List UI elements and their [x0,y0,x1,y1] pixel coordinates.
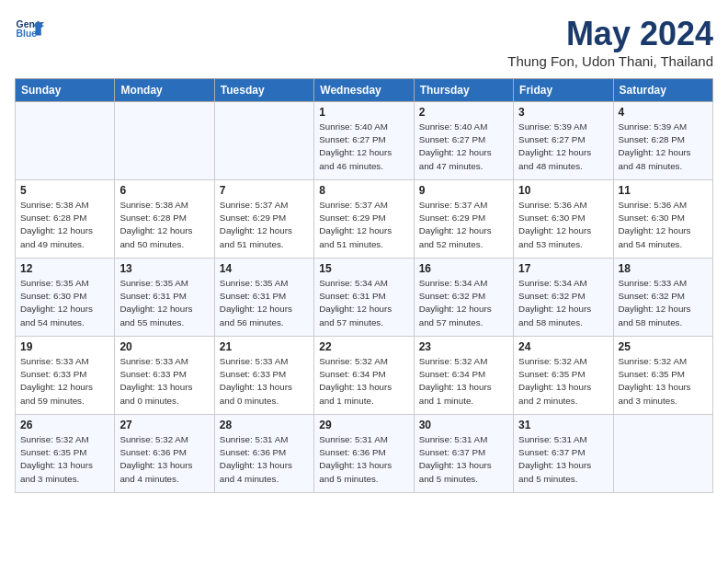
day-number: 16 [419,262,508,275]
calendar-day-12: 12Sunrise: 5:35 AM Sunset: 6:30 PM Dayli… [16,259,115,337]
day-number: 24 [518,340,608,353]
day-number: 7 [220,184,309,197]
day-number: 15 [319,262,408,275]
day-number: 20 [119,340,209,353]
calendar-day-31: 31Sunrise: 5:31 AM Sunset: 6:37 PM Dayli… [514,415,613,493]
calendar-day-5: 5Sunrise: 5:38 AM Sunset: 6:28 PM Daylig… [16,180,115,259]
calendar-table: SundayMondayTuesdayWednesdayThursdayFrid… [15,78,713,493]
day-info: Sunrise: 5:39 AM Sunset: 6:28 PM Dayligh… [619,121,708,173]
day-info: Sunrise: 5:37 AM Sunset: 6:29 PM Dayligh… [419,199,508,251]
col-header-sunday: Sunday [16,79,115,102]
calendar-week-row: 26Sunrise: 5:32 AM Sunset: 6:35 PM Dayli… [16,415,713,493]
col-header-thursday: Thursday [414,79,513,102]
calendar-day-26: 26Sunrise: 5:32 AM Sunset: 6:35 PM Dayli… [16,415,115,493]
day-number: 6 [119,184,209,197]
day-number: 11 [619,184,708,197]
day-info: Sunrise: 5:36 AM Sunset: 6:30 PM Dayligh… [518,199,608,251]
calendar-day-24: 24Sunrise: 5:32 AM Sunset: 6:35 PM Dayli… [514,337,613,415]
day-number: 28 [220,419,309,431]
day-number: 4 [619,106,708,119]
day-info: Sunrise: 5:40 AM Sunset: 6:27 PM Dayligh… [319,121,408,173]
day-info: Sunrise: 5:37 AM Sunset: 6:29 PM Dayligh… [319,199,408,251]
day-number: 2 [419,106,508,119]
day-info: Sunrise: 5:31 AM Sunset: 6:37 PM Dayligh… [518,433,608,486]
day-number: 31 [518,419,608,431]
calendar-week-row: 1Sunrise: 5:40 AM Sunset: 6:27 PM Daylig… [16,102,713,180]
calendar-day-20: 20Sunrise: 5:33 AM Sunset: 6:33 PM Dayli… [115,337,214,415]
calendar-week-row: 12Sunrise: 5:35 AM Sunset: 6:30 PM Dayli… [16,259,713,337]
calendar-week-row: 5Sunrise: 5:38 AM Sunset: 6:28 PM Daylig… [16,180,713,259]
col-header-monday: Monday [115,79,214,102]
day-number: 25 [619,340,708,353]
calendar-day-4: 4Sunrise: 5:39 AM Sunset: 6:28 PM Daylig… [613,102,712,180]
day-number: 18 [619,262,708,275]
day-info: Sunrise: 5:32 AM Sunset: 6:36 PM Dayligh… [119,433,209,486]
day-number: 21 [220,340,309,353]
day-info: Sunrise: 5:35 AM Sunset: 6:31 PM Dayligh… [220,277,309,329]
day-info: Sunrise: 5:31 AM Sunset: 6:37 PM Dayligh… [419,433,508,486]
col-header-tuesday: Tuesday [214,79,313,102]
calendar-day-8: 8Sunrise: 5:37 AM Sunset: 6:29 PM Daylig… [314,180,414,259]
day-number: 9 [419,184,508,197]
day-info: Sunrise: 5:31 AM Sunset: 6:36 PM Dayligh… [319,433,408,486]
day-info: Sunrise: 5:32 AM Sunset: 6:34 PM Dayligh… [419,355,508,408]
day-info: Sunrise: 5:35 AM Sunset: 6:31 PM Dayligh… [119,277,209,329]
calendar-day-18: 18Sunrise: 5:33 AM Sunset: 6:32 PM Dayli… [613,259,712,337]
day-info: Sunrise: 5:31 AM Sunset: 6:36 PM Dayligh… [220,433,309,486]
calendar-day-27: 27Sunrise: 5:32 AM Sunset: 6:36 PM Dayli… [115,415,214,493]
calendar-day-2: 2Sunrise: 5:40 AM Sunset: 6:27 PM Daylig… [414,102,513,180]
day-info: Sunrise: 5:33 AM Sunset: 6:33 PM Dayligh… [119,355,209,408]
day-number: 13 [119,262,209,275]
calendar-day-7: 7Sunrise: 5:37 AM Sunset: 6:29 PM Daylig… [214,180,313,259]
day-info: Sunrise: 5:34 AM Sunset: 6:32 PM Dayligh… [518,277,608,329]
calendar-day-22: 22Sunrise: 5:32 AM Sunset: 6:34 PM Dayli… [314,337,414,415]
calendar-day-10: 10Sunrise: 5:36 AM Sunset: 6:30 PM Dayli… [514,180,613,259]
day-info: Sunrise: 5:34 AM Sunset: 6:31 PM Dayligh… [319,277,408,329]
calendar-day-23: 23Sunrise: 5:32 AM Sunset: 6:34 PM Dayli… [414,337,513,415]
day-info: Sunrise: 5:32 AM Sunset: 6:35 PM Dayligh… [619,355,708,408]
col-header-saturday: Saturday [613,79,712,102]
day-number: 22 [319,340,408,353]
calendar-day-6: 6Sunrise: 5:38 AM Sunset: 6:28 PM Daylig… [115,180,214,259]
day-number: 26 [20,419,109,431]
day-number: 10 [518,184,608,197]
day-number: 27 [119,419,209,431]
calendar-day-16: 16Sunrise: 5:34 AM Sunset: 6:32 PM Dayli… [414,259,513,337]
calendar-day-30: 30Sunrise: 5:31 AM Sunset: 6:37 PM Dayli… [414,415,513,493]
calendar-day-17: 17Sunrise: 5:34 AM Sunset: 6:32 PM Dayli… [514,259,613,337]
day-info: Sunrise: 5:40 AM Sunset: 6:27 PM Dayligh… [419,121,508,173]
day-number: 3 [518,106,608,119]
col-header-wednesday: Wednesday [314,79,414,102]
day-info: Sunrise: 5:32 AM Sunset: 6:34 PM Dayligh… [319,355,408,408]
calendar-day-28: 28Sunrise: 5:31 AM Sunset: 6:36 PM Dayli… [214,415,313,493]
svg-text:Blue: Blue [17,29,38,39]
calendar-day-25: 25Sunrise: 5:32 AM Sunset: 6:35 PM Dayli… [613,337,712,415]
month-year-title: May 2024 [507,15,713,53]
day-info: Sunrise: 5:38 AM Sunset: 6:28 PM Dayligh… [119,199,209,251]
day-number: 30 [419,419,508,431]
logo: General Blue [15,15,44,44]
calendar-week-row: 19Sunrise: 5:33 AM Sunset: 6:33 PM Dayli… [16,337,713,415]
day-info: Sunrise: 5:33 AM Sunset: 6:32 PM Dayligh… [619,277,708,329]
calendar-day-14: 14Sunrise: 5:35 AM Sunset: 6:31 PM Dayli… [214,259,313,337]
logo-icon: General Blue [15,15,44,44]
day-info: Sunrise: 5:36 AM Sunset: 6:30 PM Dayligh… [619,199,708,251]
calendar-day-19: 19Sunrise: 5:33 AM Sunset: 6:33 PM Dayli… [16,337,115,415]
day-info: Sunrise: 5:33 AM Sunset: 6:33 PM Dayligh… [220,355,309,408]
calendar-day-1: 1Sunrise: 5:40 AM Sunset: 6:27 PM Daylig… [314,102,414,180]
day-number: 23 [419,340,508,353]
day-number: 14 [220,262,309,275]
calendar-empty-cell [214,102,313,180]
day-number: 17 [518,262,608,275]
title-block: May 2024 Thung Fon, Udon Thani, Thailand [507,15,713,69]
day-info: Sunrise: 5:34 AM Sunset: 6:32 PM Dayligh… [419,277,508,329]
day-info: Sunrise: 5:33 AM Sunset: 6:33 PM Dayligh… [20,355,109,408]
calendar-empty-cell [613,415,712,493]
day-info: Sunrise: 5:39 AM Sunset: 6:27 PM Dayligh… [518,121,608,173]
day-info: Sunrise: 5:38 AM Sunset: 6:28 PM Dayligh… [20,199,109,251]
day-info: Sunrise: 5:35 AM Sunset: 6:30 PM Dayligh… [20,277,109,329]
calendar-header-row: SundayMondayTuesdayWednesdayThursdayFrid… [16,79,713,102]
day-number: 19 [20,340,109,353]
day-info: Sunrise: 5:32 AM Sunset: 6:35 PM Dayligh… [20,433,109,486]
calendar-day-3: 3Sunrise: 5:39 AM Sunset: 6:27 PM Daylig… [514,102,613,180]
